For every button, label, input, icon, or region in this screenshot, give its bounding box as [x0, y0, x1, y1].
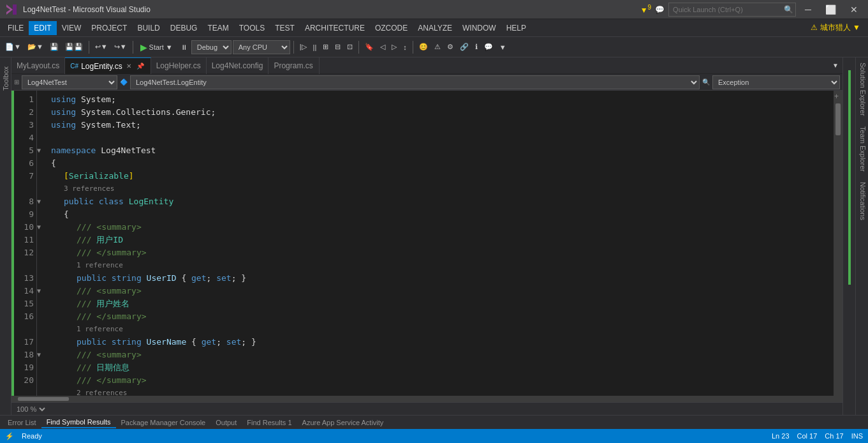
save-all-button[interactable]: 💾💾: [63, 39, 85, 56]
tab-logentity-label: LogEntity.cs: [81, 62, 122, 71]
toolbar-btn-l[interactable]: ⚙: [445, 39, 456, 56]
toolbar-btn-c[interactable]: ⊞: [320, 39, 331, 56]
fold-ln14[interactable]: ▼: [37, 285, 46, 297]
restore-button[interactable]: ⬜: [820, 0, 841, 19]
toolbar-btn-j[interactable]: 😊: [416, 39, 430, 56]
tab-logentity-pin[interactable]: 📌: [135, 63, 145, 70]
tab-loghelper-label: LogHelper.cs: [156, 61, 201, 70]
menu-ozcode[interactable]: OZCODE: [370, 21, 413, 35]
window-title: Log4NetTest - Microsoft Visual Studio: [23, 5, 151, 14]
solution-explorer-label[interactable]: Solution Explorer: [856, 57, 868, 121]
tab-log4net-config[interactable]: Log4Net.config: [207, 57, 269, 74]
toolbar-btn-d[interactable]: ⊟: [332, 39, 343, 56]
start-button[interactable]: ▶ Start ▼: [136, 40, 177, 55]
toolbar-btn-f[interactable]: 🔖: [362, 39, 376, 56]
menu-window[interactable]: WINDOW: [457, 21, 501, 35]
add-line-button[interactable]: +: [834, 92, 839, 101]
ln18: 18: [14, 349, 34, 361]
open-button[interactable]: 📂▼: [25, 39, 46, 56]
toolbar-btn-a[interactable]: |▷: [297, 39, 309, 56]
toolbar-btn-n[interactable]: ℹ: [473, 39, 480, 56]
bottom-tab-find-results[interactable]: Find Results 1: [242, 417, 297, 428]
fold-ln19: [37, 361, 46, 374]
tab-mylayout[interactable]: MyLayout.cs: [11, 57, 65, 74]
platform-dropdown[interactable]: Any CPU: [233, 40, 290, 54]
notif-count: 9: [648, 4, 652, 11]
menu-help[interactable]: HELP: [501, 21, 531, 35]
fold-ln1: [37, 93, 46, 106]
project-dropdown[interactable]: Log4NetTest: [22, 75, 117, 89]
tab-logentity[interactable]: C# LogEntity.cs ✕ 📌: [65, 57, 151, 74]
menu-team[interactable]: TEAM: [202, 21, 233, 35]
exception-dropdown[interactable]: Exception: [712, 75, 840, 89]
bottom-tab-error-list[interactable]: Error List: [3, 417, 41, 428]
toolbar: 📄▼ 📂▼ 💾 💾💾 ↩▼ ↪▼ ▶ Start ▼ ⏸ Debug Any C…: [0, 37, 868, 57]
menu-view[interactable]: VIEW: [57, 21, 87, 35]
fold-ln6: [37, 157, 46, 170]
toolbar-btn-g[interactable]: ◁: [378, 39, 388, 56]
line-numbers: 1 2 3 4 5 6 7 7 8 9 10 11 12 12 13 14 15…: [14, 91, 37, 396]
tab-loghelper[interactable]: LogHelper.cs: [151, 57, 207, 74]
config-dropdown[interactable]: Debug: [191, 40, 232, 54]
menubar: FILE EDIT VIEW PROJECT BUILD DEBUG TEAM …: [0, 19, 868, 37]
team-explorer-label[interactable]: Team Explorer: [856, 121, 868, 177]
menu-test[interactable]: TEST: [270, 21, 300, 35]
code-line-12-ref: 1 reference: [51, 259, 828, 272]
code-line-4: [51, 131, 828, 144]
toolbox-strip[interactable]: Toolbox: [0, 57, 11, 415]
fold-ln5[interactable]: ▼: [37, 144, 46, 157]
new-project-button[interactable]: 📄▼: [3, 39, 24, 56]
horizontal-scrollbar[interactable]: [11, 396, 842, 402]
bottom-tab-output[interactable]: Output: [210, 417, 242, 428]
close-button[interactable]: ✕: [845, 0, 863, 19]
redo-button[interactable]: ↪▼: [112, 39, 129, 56]
menu-architecture[interactable]: ARCHITECTURE: [300, 21, 370, 35]
toolbar-btn-k[interactable]: ⚠: [432, 39, 443, 56]
menu-build[interactable]: BUILD: [132, 21, 165, 35]
tabs-overflow-button[interactable]: ▼: [828, 57, 842, 73]
pause-button[interactable]: ⏸: [178, 39, 190, 56]
user-profile[interactable]: ⚠ 城市猎人 ▼: [805, 20, 865, 36]
menu-project[interactable]: PROJECT: [86, 21, 132, 35]
menu-debug[interactable]: DEBUG: [165, 21, 203, 35]
tab-logentity-close[interactable]: ✕: [125, 63, 133, 70]
toolbar-btn-h[interactable]: ▷: [389, 39, 399, 56]
toolbar-btn-b[interactable]: ||: [311, 39, 320, 56]
fold-ln8[interactable]: ▼: [37, 195, 46, 208]
undo-button[interactable]: ↩▼: [92, 39, 110, 56]
nav-dropdown[interactable]: Log4NetTest.LogEntity: [130, 75, 700, 89]
menu-file[interactable]: FILE: [3, 21, 29, 35]
code-editor[interactable]: using System; using System.Collections.G…: [46, 91, 834, 396]
notifications-label[interactable]: Notifications: [856, 177, 868, 225]
fold-ln18[interactable]: ▼: [37, 349, 46, 361]
ln13: 13: [14, 272, 34, 285]
menu-tools[interactable]: TOOLS: [234, 21, 270, 35]
code-line-15: /// 用户姓名: [51, 297, 828, 310]
toolbar-btn-e[interactable]: ⊡: [344, 39, 355, 56]
toolbar-btn-i[interactable]: ↕: [401, 39, 409, 56]
fold-ln7: [37, 170, 46, 183]
toolbar-btn-m[interactable]: 🔗: [457, 39, 471, 56]
quick-launch-input[interactable]: [668, 3, 796, 17]
vertical-scrollbar[interactable]: +: [834, 91, 842, 396]
scrollbar-thumb[interactable]: [835, 103, 841, 135]
bottom-tab-package-manager[interactable]: Package Manager Console: [116, 417, 211, 428]
toolbar-btn-o[interactable]: 💬: [482, 39, 496, 56]
fold-ln10[interactable]: ▼: [37, 221, 46, 234]
h-scrollbar-thumb[interactable]: [18, 397, 69, 401]
bottom-tab-azure[interactable]: Azure App Service Activity: [297, 417, 389, 428]
bottom-tab-find-symbol[interactable]: Find Symbol Results: [41, 417, 116, 428]
menu-analyze[interactable]: ANALYZE: [413, 21, 457, 35]
ln17: 17: [14, 336, 34, 349]
minimize-button[interactable]: ─: [800, 0, 816, 19]
toolbar-sep2: [133, 41, 133, 54]
menu-edit[interactable]: EDIT: [29, 21, 56, 35]
ln10: 10: [14, 221, 34, 234]
save-button[interactable]: 💾: [47, 39, 61, 56]
titlebar: Log4NetTest - Microsoft Visual Studio ▼9…: [0, 0, 868, 19]
statusbar-right: Ln 23 Col 17 Ch 17 INS: [772, 432, 863, 440]
toolbar-btn-p[interactable]: ▼: [497, 39, 509, 56]
zoom-dropdown[interactable]: 100 %: [14, 405, 47, 414]
fold-ln2: [37, 106, 46, 119]
tab-program[interactable]: Program.cs: [268, 57, 320, 74]
